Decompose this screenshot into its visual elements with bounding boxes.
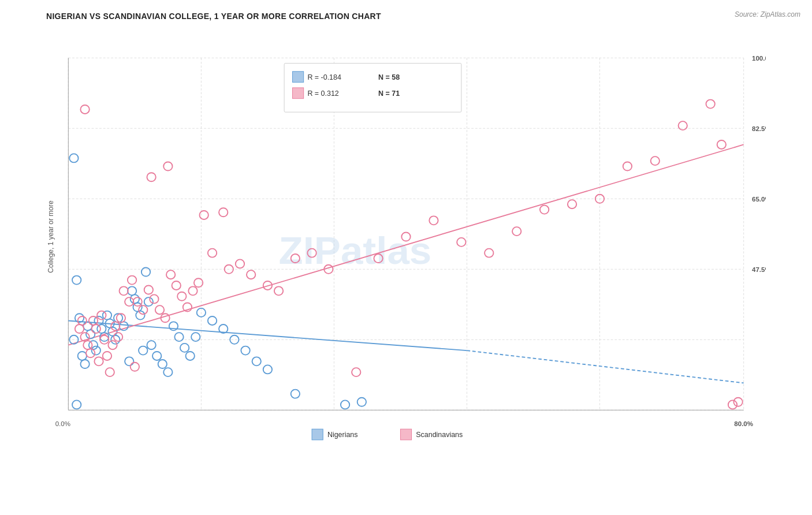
nigerian-dot: [163, 368, 172, 376]
scandinavian-dot: [166, 270, 175, 279]
scandinavian-dot: [80, 105, 89, 114]
legend-pink-r: R = 0.312: [307, 89, 339, 98]
nigerian-dot: [186, 352, 195, 360]
scandinavian-dot: [97, 311, 106, 320]
nigerian-dot: [174, 333, 183, 341]
scandinavian-dot: [106, 368, 114, 376]
scandinavian-dot: [568, 200, 576, 208]
chart-area: College, 1 year or more 100.0% 82.5% 65.…: [46, 25, 766, 448]
bottom-legend-pink-swatch: [400, 429, 411, 440]
nigerian-dot: [125, 357, 133, 365]
scandinavian-dot: [83, 341, 92, 349]
scandinavian-dot: [86, 349, 95, 357]
nigerian-dot: [72, 400, 81, 409]
y-label-100: 100.0%: [752, 55, 766, 62]
legend-blue-swatch: [293, 72, 304, 83]
nigerian-dot: [72, 276, 81, 285]
scandinavian-dot: [512, 227, 521, 236]
chart-container: NIGERIAN VS SCANDINAVIAN COLLEGE, 1 YEAR…: [0, 0, 812, 515]
x-label-80: 80.0%: [734, 421, 753, 428]
nigerian-dot: [341, 400, 349, 409]
scandinavian-dot: [150, 294, 158, 303]
nigerian-dot: [147, 341, 155, 349]
nigerian-dot: [241, 346, 249, 355]
nigerian-dot: [152, 352, 161, 360]
scandinavian-trend: [68, 144, 743, 345]
nigerian-dot: [128, 286, 136, 295]
nigerian-dot: [208, 316, 217, 325]
legend-pink-swatch: [293, 88, 304, 99]
nigerian-dot: [252, 357, 261, 365]
scandinavian-dot: [208, 249, 217, 258]
scandinavian-dot: [728, 400, 737, 409]
scandinavian-dot: [247, 270, 255, 279]
scandinavian-dot: [651, 156, 660, 165]
nigerian-dot: [144, 297, 153, 306]
nigerian-dot: [191, 333, 200, 341]
scandinavian-dot: [457, 238, 465, 247]
nigerian-dot: [291, 390, 300, 398]
scandinavian-dot: [352, 368, 360, 376]
nigerian-dot: [357, 398, 366, 406]
scandinavian-dot: [236, 259, 244, 268]
scandinavian-dot: [717, 140, 726, 149]
nigerian-dot: [180, 344, 189, 352]
scandinavian-dot: [177, 292, 186, 301]
y-label-47: 47.5%: [752, 266, 766, 273]
source-label: Source: ZipAtlas.com: [735, 10, 800, 18]
bottom-legend-scandinavians: Scandinavians: [416, 431, 463, 439]
y-label-65: 65.0%: [752, 196, 766, 203]
nigerian-dot: [169, 322, 178, 330]
legend-pink-n: N = 71: [378, 89, 400, 98]
nigerian-dot: [136, 311, 144, 320]
scandinavian-dot: [139, 305, 147, 314]
scandinavian-dot: [485, 249, 493, 258]
scandinavian-dot: [172, 281, 181, 290]
watermark: ZIPatlas: [279, 229, 432, 272]
nigerian-dot: [263, 365, 272, 374]
scandinavian-dot: [733, 398, 742, 406]
nigerian-dot: [69, 154, 78, 162]
nigerian-dot: [92, 346, 100, 355]
scandinavian-dot: [128, 276, 136, 285]
x-label-0: 0.0%: [55, 421, 70, 428]
legend-blue-r: R = -0.184: [307, 73, 341, 81]
bottom-legend-blue-swatch: [312, 429, 323, 440]
scandinavian-dot: [161, 314, 169, 322]
scandinavian-dot: [89, 316, 98, 325]
nigerian-dot: [80, 360, 89, 368]
scandinavian-dot: [75, 324, 84, 333]
nigerian-dot: [158, 360, 167, 368]
scandinavian-dot: [188, 286, 197, 295]
scandinavian-dot: [131, 363, 139, 371]
legend-box: [284, 64, 461, 112]
chart-title: NIGERIAN VS SCANDINAVIAN COLLEGE, 1 YEAR…: [46, 12, 766, 21]
scandinavian-dot: [111, 322, 120, 330]
scandinavian-dot: [623, 162, 632, 170]
scandinavian-dot: [125, 297, 133, 306]
scatter-chart: 100.0% 82.5% 65.0% 47.5% 0.0% 80.0% ZIPa…: [46, 25, 766, 448]
nigerian-dot: [78, 352, 87, 360]
y-axis-label: College, 1 year or more: [47, 200, 55, 273]
scandinavian-dot: [219, 208, 228, 217]
scandinavian-dot: [163, 162, 172, 170]
scandinavian-dot: [706, 100, 714, 109]
scandinavian-dot: [429, 216, 438, 225]
scandinavian-dot: [120, 286, 128, 295]
scandinavian-dot: [540, 206, 549, 214]
legend-blue-n: N = 58: [378, 73, 400, 81]
scandinavian-dot: [144, 285, 153, 294]
scandinavian-dot: [94, 357, 103, 365]
nigerian-trend-dashed: [467, 350, 743, 383]
y-label-82: 82.5%: [752, 125, 766, 132]
nigerian-dot: [83, 322, 92, 330]
scandinavian-dot: [103, 352, 111, 360]
nigerian-dot: [86, 330, 95, 338]
nigerian-dot: [141, 267, 150, 276]
scandinavian-dot: [679, 121, 687, 130]
bottom-legend-nigerians: Nigerians: [327, 431, 358, 439]
nigerian-dot: [139, 346, 147, 355]
scandinavian-dot: [199, 211, 208, 219]
scandinavian-dot: [194, 278, 203, 287]
scandinavian-dot: [92, 324, 100, 333]
